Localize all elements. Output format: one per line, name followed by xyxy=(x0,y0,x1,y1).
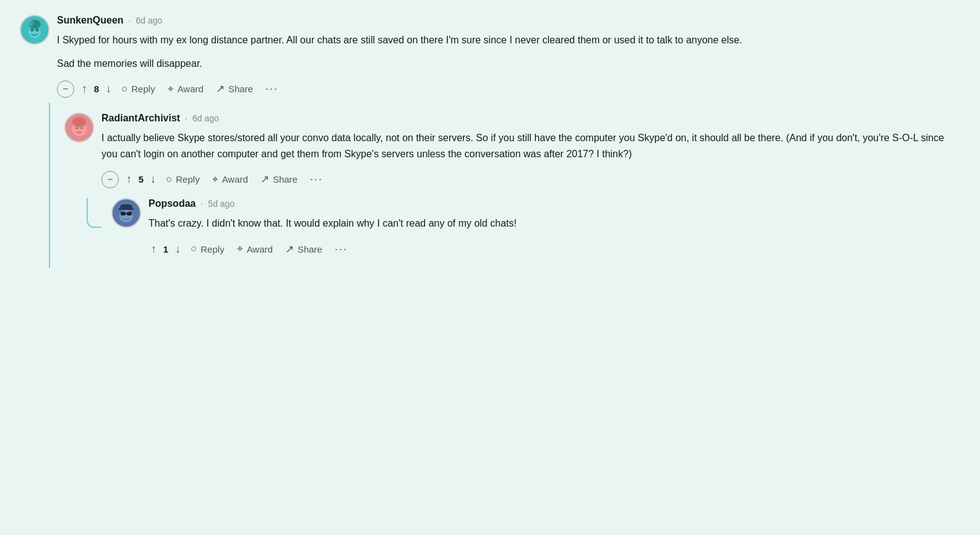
vote-count-sunkenqueen: 8 xyxy=(93,84,100,94)
comment-popsodaa: Popsodaa · 5d ago That's crazy. I didn't… xyxy=(111,198,960,258)
collapse-btn-sunkenqueen[interactable]: − xyxy=(57,80,74,98)
award-icon: ⌖ xyxy=(168,83,174,95)
avatar-popsodaa xyxy=(111,198,141,228)
upvote-btn-radiantarchivist[interactable]: ↑ xyxy=(124,172,134,187)
comment-header-sunkenqueen: SunkenQueen · 6d ago xyxy=(57,15,960,26)
thread-line-radiant xyxy=(35,103,64,268)
comment-radiantarchivist: RadiantArchivist · 6d ago I actually bel… xyxy=(64,113,960,263)
upvote-icon: ↑ xyxy=(82,82,87,95)
avatar-sunkenqueen xyxy=(20,15,49,45)
username-sunkenqueen: SunkenQueen xyxy=(57,15,124,26)
nested-radiant-wrapper: RadiantArchivist · 6d ago I actually bel… xyxy=(35,103,960,268)
downvote-icon: ↓ xyxy=(106,82,111,95)
comment-sunkenqueen: SunkenQueen · 6d ago I Skyped for hours … xyxy=(20,15,960,98)
reply-btn-radiantarchivist[interactable]: ○ Reply xyxy=(161,171,205,188)
reply-icon-3: ○ xyxy=(191,243,197,255)
thread-curve-popsodaa xyxy=(77,198,106,263)
share-icon: ↗ xyxy=(216,82,225,95)
comment-thread: SunkenQueen · 6d ago I Skyped for hours … xyxy=(20,15,960,268)
award-icon-3: ⌖ xyxy=(237,243,243,255)
more-btn-sunkenqueen[interactable]: ··· xyxy=(260,81,283,97)
share-icon-3: ↗ xyxy=(285,243,294,256)
username-radiantarchivist: RadiantArchivist xyxy=(101,113,180,124)
timestamp-popsodaa: 5d ago xyxy=(208,199,234,209)
vote-count-popsodaa: 1 xyxy=(163,244,169,254)
collapse-btn-radiantarchivist[interactable]: − xyxy=(101,171,119,188)
action-bar-sunkenqueen: − ↑ 8 ↓ ○ Reply xyxy=(57,80,960,98)
avatar-radiantarchivist xyxy=(64,113,94,142)
more-btn-radiantarchivist[interactable]: ··· xyxy=(305,172,328,187)
more-btn-popsodaa[interactable]: ··· xyxy=(330,241,353,257)
comment-right-radiantarchivist: RadiantArchivist · 6d ago I actually bel… xyxy=(101,113,960,263)
vertical-line xyxy=(49,103,50,268)
share-btn-radiantarchivist[interactable]: ↗ Share xyxy=(256,170,303,188)
reply-btn-popsodaa[interactable]: ○ Reply xyxy=(186,240,230,258)
comment-right-popsodaa: Popsodaa · 5d ago That's crazy. I didn't… xyxy=(148,198,960,258)
comment-body-sunkenqueen: I Skyped for hours with my ex long dista… xyxy=(57,32,911,71)
vote-group-radiantarchivist: ↑ 5 ↓ xyxy=(124,172,158,187)
comment-body-radiantarchivist: I actually believe Skype stores/stored a… xyxy=(101,130,955,162)
award-btn-radiantarchivist[interactable]: ⌖ Award xyxy=(207,171,253,188)
downvote-btn-radiantarchivist[interactable]: ↓ xyxy=(148,172,158,187)
svg-point-3 xyxy=(35,28,39,32)
award-icon-2: ⌖ xyxy=(212,173,218,186)
username-popsodaa: Popsodaa xyxy=(148,198,196,209)
timestamp-sunkenqueen: 6d ago xyxy=(135,15,162,25)
comment-right-sunkenqueen: SunkenQueen · 6d ago I Skyped for hours … xyxy=(57,15,960,98)
upvote-btn-sunkenqueen[interactable]: ↑ xyxy=(79,81,90,97)
action-bar-popsodaa: ↑ 1 ↓ ○ Reply xyxy=(148,240,960,258)
svg-point-5 xyxy=(28,20,33,27)
comment-header-popsodaa: Popsodaa · 5d ago xyxy=(148,198,960,209)
share-btn-sunkenqueen[interactable]: ↗ Share xyxy=(211,80,258,98)
share-btn-popsodaa[interactable]: ↗ Share xyxy=(280,240,327,258)
svg-rect-16 xyxy=(127,212,132,215)
svg-rect-20 xyxy=(121,204,131,209)
action-bar-radiantarchivist: − ↑ 5 ↓ ○ Reply xyxy=(101,170,960,188)
nested-popsodaa-wrapper: Popsodaa · 5d ago That's crazy. I didn't… xyxy=(101,198,960,263)
downvote-btn-sunkenqueen[interactable]: ↓ xyxy=(103,81,114,97)
vote-count-radiantarchivist: 5 xyxy=(138,174,144,185)
award-btn-popsodaa[interactable]: ⌖ Award xyxy=(232,240,278,258)
vote-group-popsodaa: ↑ 1 ↓ xyxy=(148,241,183,257)
svg-point-14 xyxy=(119,210,133,222)
upvote-btn-popsodaa[interactable]: ↑ xyxy=(148,241,159,257)
reply-icon: ○ xyxy=(121,83,127,95)
award-btn-sunkenqueen[interactable]: ⌖ Award xyxy=(163,80,208,98)
downvote-btn-popsodaa[interactable]: ↓ xyxy=(173,241,183,257)
svg-rect-15 xyxy=(121,212,126,215)
reply-icon-2: ○ xyxy=(166,173,172,186)
reply-btn-sunkenqueen[interactable]: ○ Reply xyxy=(116,80,160,98)
comment-header-radiantarchivist: RadiantArchivist · 6d ago xyxy=(101,113,960,124)
share-icon-2: ↗ xyxy=(260,173,269,186)
svg-point-2 xyxy=(30,28,34,32)
timestamp-radiantarchivist: 6d ago xyxy=(192,113,219,123)
svg-point-12 xyxy=(72,117,86,127)
vote-group-sunkenqueen: ↑ 8 ↓ xyxy=(79,81,114,97)
comment-body-popsodaa: That's crazy. I didn't know that. It wou… xyxy=(148,215,960,232)
